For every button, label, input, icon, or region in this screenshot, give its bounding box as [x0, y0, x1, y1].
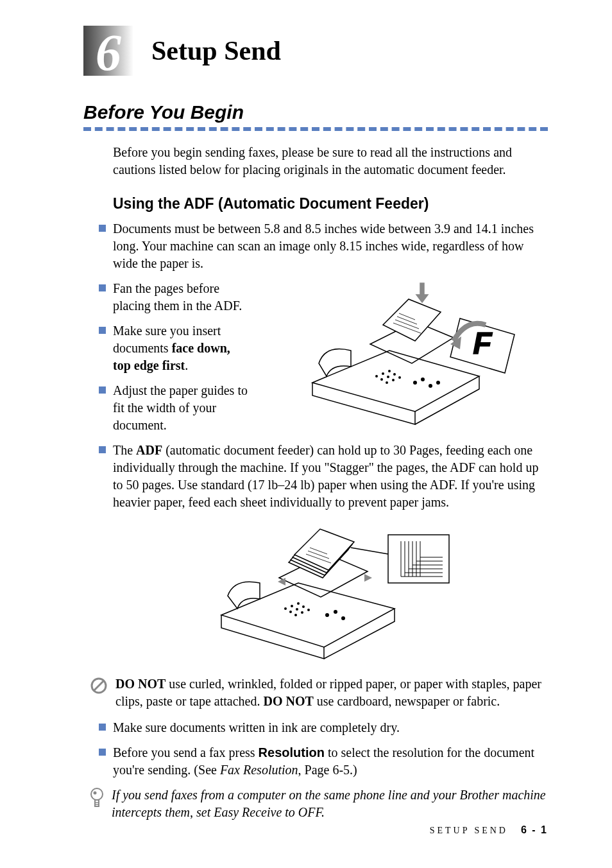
- bullet-square-icon: [99, 749, 106, 756]
- svg-point-13: [413, 381, 417, 385]
- bullet-text: Adjust the paper guides to fit the width…: [113, 383, 248, 432]
- bullet-item: Before you send a fax press Resolution t…: [113, 744, 548, 779]
- bullet-text-post: , Page 6-5.): [298, 763, 357, 777]
- text-column: Fan the pages before placing them in the…: [83, 280, 250, 442]
- svg-point-26: [302, 605, 305, 608]
- bullet-text-post: .: [185, 358, 188, 372]
- svg-rect-33: [388, 535, 449, 583]
- svg-point-25: [296, 608, 298, 611]
- bullet-text: Documents must be between 5.8 and 8.5 in…: [113, 221, 534, 270]
- svg-point-7: [380, 378, 383, 381]
- bullet-item: Documents must be between 5.8 and 8.5 in…: [113, 220, 548, 272]
- note-text: If you send faxes from a computer on the…: [112, 786, 548, 821]
- svg-point-31: [334, 610, 337, 614]
- svg-point-23: [297, 602, 300, 605]
- bullet-item: The ADF (automatic document feeder) can …: [113, 442, 548, 511]
- chapter-number: 6: [96, 27, 121, 78]
- svg-point-16: [436, 381, 440, 385]
- svg-point-29: [307, 609, 310, 611]
- svg-point-14: [421, 378, 425, 381]
- bullet-item: Make sure documents written in ink are c…: [113, 719, 548, 736]
- section-title: Before You Begin: [83, 101, 548, 123]
- bullet-text-pre: Before you send a fax press: [113, 745, 259, 759]
- svg-point-49: [91, 788, 103, 800]
- bullet-square-icon: [99, 386, 106, 394]
- prohibit-span-2: use cardboard, newspaper or fabric.: [314, 694, 500, 708]
- svg-point-12: [398, 376, 401, 379]
- svg-point-10: [386, 381, 388, 384]
- prohibit-bold-1: DO NOT: [115, 677, 166, 691]
- bullet-text-post: (automatic document feeder) can hold up …: [113, 443, 538, 509]
- running-head: SETUP SEND: [430, 826, 508, 836]
- prohibit-note: DO NOT use curled, wrinkled, folded or r…: [90, 675, 548, 710]
- bullet-square-icon: [99, 446, 106, 453]
- chapter-title: Setup Send: [151, 35, 281, 66]
- chapter-number-badge: 6: [83, 26, 133, 76]
- prohibit-icon: [90, 677, 108, 695]
- bullet-text-italic: Fax Resolution: [220, 763, 298, 777]
- svg-rect-51: [95, 800, 99, 806]
- bullet-item: Make sure you insert documents face down…: [113, 322, 250, 374]
- subsection-title: Using the ADF (Automatic Document Feeder…: [113, 195, 548, 213]
- svg-point-50: [94, 792, 97, 795]
- bullet-item: Fan the pages before placing them in the…: [113, 280, 250, 315]
- svg-point-28: [301, 611, 303, 614]
- prohibit-bold-2: DO NOT: [263, 694, 313, 708]
- svg-point-15: [429, 384, 432, 388]
- svg-point-30: [325, 613, 329, 617]
- svg-point-21: [284, 607, 287, 610]
- svg-point-22: [291, 605, 293, 607]
- fax-stagger-illustration: [113, 519, 548, 660]
- bullet-text-bold: ADF: [136, 443, 162, 457]
- lightbulb-icon: [90, 788, 104, 811]
- bullet-text: Make sure documents written in ink are c…: [113, 720, 400, 734]
- bullet-text-pre: The: [113, 443, 136, 457]
- content-row: Fan the pages before placing them in the…: [83, 280, 548, 442]
- bullet-text: Fan the pages before placing them in the…: [113, 281, 242, 313]
- svg-point-32: [341, 616, 345, 620]
- bullet-item: Adjust the paper guides to fit the width…: [113, 382, 250, 434]
- page-footer: SETUP SEND 6 - 1: [430, 824, 548, 836]
- svg-point-24: [289, 611, 292, 613]
- svg-point-4: [375, 375, 378, 378]
- tip-note: If you send faxes from a computer on the…: [90, 786, 548, 821]
- svg-point-8: [387, 376, 389, 378]
- section-intro: Before you begin sending faxes, please b…: [113, 144, 548, 178]
- prohibit-text: DO NOT use curled, wrinkled, folded or r…: [115, 675, 548, 710]
- svg-point-27: [294, 614, 297, 616]
- face-letter: F: [473, 326, 493, 360]
- svg-point-5: [382, 372, 384, 375]
- fax-insert-illustration: F: [263, 280, 548, 428]
- bullet-square-icon: [99, 284, 106, 291]
- page-number: 6 - 1: [521, 824, 548, 836]
- svg-line-46: [351, 548, 388, 554]
- chapter-header: 6 Setup Send: [83, 26, 548, 76]
- bullet-text-bold: Resolution: [259, 745, 325, 759]
- svg-point-11: [392, 379, 395, 381]
- svg-rect-17: [420, 283, 424, 295]
- section-rule: [83, 127, 548, 131]
- bullet-square-icon: [99, 724, 106, 731]
- svg-point-9: [393, 373, 396, 376]
- svg-line-48: [94, 681, 104, 691]
- bullet-square-icon: [99, 327, 106, 334]
- bullet-square-icon: [99, 225, 106, 232]
- svg-point-6: [388, 370, 391, 372]
